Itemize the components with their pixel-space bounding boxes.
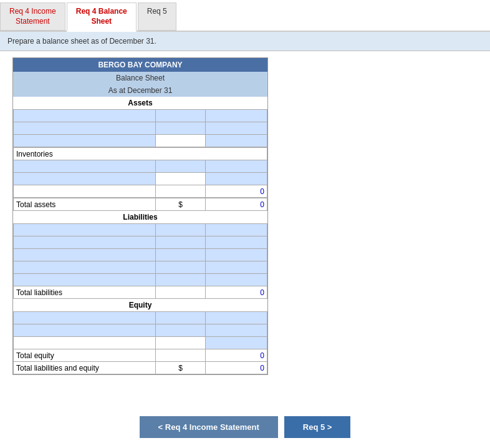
total-equity-mid [156,349,205,362]
total-liabilities-equity-symbol: $ [156,362,205,374]
equity-label: Equity [13,299,267,311]
asset-label-3[interactable] [14,135,156,147]
inventory-subtotal-mid [156,185,205,198]
liability-label-4[interactable] [14,261,156,274]
total-liabilities-row: Total liabilities 0 [14,286,267,299]
assets-label: Assets [13,97,267,109]
liabilities-table: Total liabilities 0 [13,223,267,299]
asset-mid-2[interactable] [156,122,205,135]
asset-mid-3 [156,135,205,147]
inventory-row-1 [14,160,267,173]
liability-row-5 [14,274,267,286]
liability-val-1[interactable] [205,224,267,236]
equity-val-3[interactable] [205,337,267,349]
instruction-text: Prepare a balance sheet as of December 3… [7,37,156,46]
asset-val-2[interactable] [205,122,267,135]
next-button[interactable]: Req 5 > [284,416,351,438]
liability-val-2[interactable] [205,236,267,249]
sheet-title: Balance Sheet [13,72,267,84]
total-assets-symbol: $ [156,198,205,211]
equity-mid-3 [156,337,205,349]
asset-val-1[interactable] [205,110,267,122]
inventory-mid-2 [156,173,205,185]
equity-val-2[interactable] [205,324,267,337]
equity-row-1 [14,312,267,324]
liability-val-4[interactable] [205,261,267,274]
liability-val-3[interactable] [205,249,267,261]
inventory-label-2[interactable] [14,173,156,185]
equity-label-1[interactable] [14,312,156,324]
equity-val-1[interactable] [205,312,267,324]
total-equity-row: Total equity 0 [14,349,267,362]
inventory-subtotal-val: 0 [205,185,267,198]
total-liabilities-equity-row: Total liabilities and equity $ 0 [14,362,267,374]
total-liabilities-equity-label: Total liabilities and equity [14,362,156,374]
equity-label-3 [14,337,156,349]
asset-val-3[interactable] [205,135,267,147]
equity-row-3 [14,337,267,349]
inventories-section: Inventories 0 [13,147,267,198]
tab-req4-balance[interactable]: Req 4 BalanceSheet [67,2,137,32]
inventory-label-1[interactable] [14,160,156,173]
inventory-subtotal-label [14,185,156,198]
asset-mid-1[interactable] [156,110,205,122]
asset-row-1 [14,110,267,122]
equity-mid-2[interactable] [156,324,205,337]
liability-label-3[interactable] [14,249,156,261]
liability-row-2 [14,236,267,249]
liability-mid-4[interactable] [156,261,205,274]
prev-button[interactable]: < Req 4 Income Statement [140,416,278,438]
liability-mid-5[interactable] [156,274,205,286]
total-equity-value: 0 [205,349,267,362]
balance-sheet-container: BERGO BAY COMPANY Balance Sheet As at De… [12,57,268,375]
main-content: BERGO BAY COMPANY Balance Sheet As at De… [0,51,490,406]
inventory-subtotal-row: 0 [14,185,267,198]
total-liabilities-label: Total liabilities [14,286,156,299]
company-name: BERGO BAY COMPANY [13,58,267,72]
tab-req5[interactable]: Req 5 [138,2,176,31]
liability-row-1 [14,224,267,236]
liability-mid-1[interactable] [156,224,205,236]
liability-mid-2[interactable] [156,236,205,249]
assets-table [13,109,267,147]
date-line: As at December 31 [13,84,267,97]
liabilities-label: Liabilities [13,211,267,223]
total-assets-table: Total assets $ 0 [13,198,267,211]
liability-val-5[interactable] [205,274,267,286]
inventory-val-1[interactable] [205,160,267,173]
tabs-bar: Req 4 IncomeStatement Req 4 BalanceSheet… [0,0,490,32]
inventory-mid-1[interactable] [156,160,205,173]
total-assets-value: 0 [205,198,267,211]
asset-row-3 [14,135,267,147]
liability-row-4 [14,261,267,274]
asset-row-2 [14,122,267,135]
total-liabilities-equity-value: 0 [205,362,267,374]
inventory-row-2 [14,173,267,185]
liability-label-1[interactable] [14,224,156,236]
equity-label-2[interactable] [14,324,156,337]
liability-label-5[interactable] [14,274,156,286]
total-liabilities-mid [156,286,205,299]
liability-row-3 [14,249,267,261]
total-liabilities-value: 0 [205,286,267,299]
total-equity-label: Total equity [14,349,156,362]
inventory-val-2[interactable] [205,173,267,185]
total-assets-label: Total assets [14,198,156,211]
tab-req4-income[interactable]: Req 4 IncomeStatement [0,2,65,31]
page-container: Req 4 IncomeStatement Req 4 BalanceSheet… [0,0,490,448]
liability-mid-3[interactable] [156,249,205,261]
asset-label-2[interactable] [14,122,156,135]
equity-mid-1[interactable] [156,312,205,324]
equity-table: Total equity 0 Total liabilities and equ… [13,311,267,374]
inventories-label: Inventories [14,148,267,160]
equity-row-2 [14,324,267,337]
nav-buttons: < Req 4 Income Statement Req 5 > [0,406,490,448]
asset-label-1[interactable] [14,110,156,122]
total-assets-row: Total assets $ 0 [14,198,267,211]
instruction-bar: Prepare a balance sheet as of December 3… [0,32,490,51]
inventories-label-row: Inventories [14,148,267,160]
liability-label-2[interactable] [14,236,156,249]
